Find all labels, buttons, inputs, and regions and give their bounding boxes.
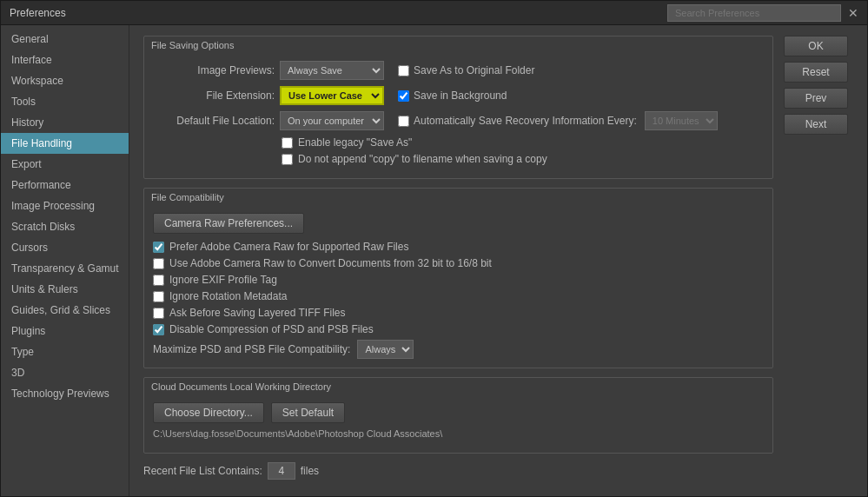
ask-before-saving-label: Ask Before Saving Layered TIFF Files xyxy=(169,307,346,319)
image-previews-row: Image Previews: Always Save Save As to O… xyxy=(153,61,764,80)
content-area: GeneralInterfaceWorkspaceToolsHistoryFil… xyxy=(1,25,867,496)
cloud-docs-title: Cloud Documents Local Working Directory xyxy=(144,378,772,397)
right-panel: OK Reset Prev Next xyxy=(784,36,853,486)
file-extension-select[interactable]: Use Lower Case xyxy=(280,86,384,105)
next-button[interactable]: Next xyxy=(784,114,848,135)
preferences-window: Preferences ✕ GeneralInterfaceWorkspaceT… xyxy=(0,0,868,497)
auto-save-checkbox[interactable] xyxy=(398,116,409,127)
file-extension-label: File Extension: xyxy=(153,89,275,102)
sidebar: GeneralInterfaceWorkspaceToolsHistoryFil… xyxy=(1,25,129,496)
prev-button[interactable]: Prev xyxy=(784,88,848,109)
ask-before-saving-row: Ask Before Saving Layered TIFF Files xyxy=(153,307,764,319)
cloud-docs-content: Choose Directory... Set Default C:\Users… xyxy=(144,397,772,453)
enable-legacy-label: Enable legacy "Save As" xyxy=(298,136,412,149)
no-append-copy-label: Do not append "copy" to filename when sa… xyxy=(298,153,547,165)
sidebar-item-file-handling[interactable]: File Handling xyxy=(1,133,129,154)
ignore-exif-row: Ignore EXIF Profile Tag xyxy=(153,274,764,286)
default-location-label: Default File Location: xyxy=(153,115,275,127)
ok-button[interactable]: OK xyxy=(784,36,848,56)
default-location-select[interactable]: On your computer xyxy=(280,111,384,130)
save-as-original-label: Save As to Original Folder xyxy=(414,64,534,76)
title-bar: Preferences ✕ xyxy=(1,1,867,25)
ask-before-saving-checkbox[interactable] xyxy=(153,308,164,319)
file-compatibility-title: File Compatibility xyxy=(144,189,772,208)
maximize-label: Maximize PSD and PSB File Compatibility: xyxy=(153,343,350,355)
main-content: File Saving Options Image Previews: Alwa… xyxy=(129,25,867,496)
disable-compression-checkbox[interactable] xyxy=(153,324,164,335)
choose-directory-btn[interactable]: Choose Directory... xyxy=(153,402,264,423)
recent-files-input[interactable] xyxy=(268,462,295,480)
cloud-path: C:\Users\dag.fosse\Documents\Adobe\Photo… xyxy=(153,428,764,439)
window-title: Preferences xyxy=(10,7,66,19)
disable-compression-label: Disable Compression of PSD and PSB Files xyxy=(169,323,374,335)
save-in-background-checkbox[interactable] xyxy=(398,90,409,102)
sidebar-item-general[interactable]: General xyxy=(1,29,129,50)
prefer-camera-raw-row: Prefer Adobe Camera Raw for Supported Ra… xyxy=(153,241,764,253)
auto-save-interval-select[interactable]: 10 Minutes xyxy=(645,111,718,130)
prefer-camera-raw-label: Prefer Adobe Camera Raw for Supported Ra… xyxy=(169,241,408,253)
sidebar-item-workspace[interactable]: Workspace xyxy=(1,70,129,91)
use-camera-raw-convert-label: Use Adobe Camera Raw to Convert Document… xyxy=(169,257,492,269)
sidebar-item-tools[interactable]: Tools xyxy=(1,91,129,112)
reset-button[interactable]: Reset xyxy=(784,62,848,83)
file-compatibility-section: File Compatibility Camera Raw Preference… xyxy=(143,188,773,368)
camera-raw-btn[interactable]: Camera Raw Preferences... xyxy=(153,213,304,234)
enable-legacy-row: Enable legacy "Save As" xyxy=(282,136,764,149)
sidebar-item-history[interactable]: History xyxy=(1,112,129,133)
sidebar-item-technology-previews[interactable]: Technology Previews xyxy=(1,383,129,404)
prefer-camera-raw-checkbox[interactable] xyxy=(153,242,164,253)
sidebar-item-image-processing[interactable]: Image Processing xyxy=(1,195,129,216)
sidebar-item-type[interactable]: Type xyxy=(1,341,129,362)
ignore-rotation-row: Ignore Rotation Metadata xyxy=(153,290,764,302)
ignore-rotation-checkbox[interactable] xyxy=(153,291,164,302)
sidebar-item-3d[interactable]: 3D xyxy=(1,362,129,383)
sidebar-item-cursors[interactable]: Cursors xyxy=(1,237,129,258)
file-extension-row: File Extension: Use Lower Case Save in B… xyxy=(153,86,764,105)
sidebar-item-guides-grid-slices[interactable]: Guides, Grid & Slices xyxy=(1,300,129,321)
file-compatibility-content: Camera Raw Preferences... Prefer Adobe C… xyxy=(144,208,772,368)
close-button[interactable]: ✕ xyxy=(848,7,858,19)
ignore-exif-label: Ignore EXIF Profile Tag xyxy=(169,274,277,286)
sidebar-item-export[interactable]: Export xyxy=(1,154,129,175)
sidebar-item-transparency-gamut[interactable]: Transparency & Gamut xyxy=(1,258,129,279)
title-bar-right: ✕ xyxy=(667,4,858,22)
default-location-row: Default File Location: On your computer … xyxy=(153,111,764,130)
set-default-btn[interactable]: Set Default xyxy=(271,402,345,423)
center-panel: File Saving Options Image Previews: Alwa… xyxy=(143,36,773,486)
sidebar-item-scratch-disks[interactable]: Scratch Disks xyxy=(1,216,129,237)
sidebar-item-plugins[interactable]: Plugins xyxy=(1,321,129,341)
auto-save-label: Automatically Save Recovery Information … xyxy=(414,115,637,127)
cloud-docs-section: Cloud Documents Local Working Directory … xyxy=(143,377,773,454)
enable-legacy-checkbox[interactable] xyxy=(282,137,293,149)
recent-files-row: Recent File List Contains: files xyxy=(143,462,773,480)
ignore-rotation-label: Ignore Rotation Metadata xyxy=(169,290,287,302)
save-as-original-checkbox[interactable] xyxy=(398,65,409,76)
recent-files-label-after: files xyxy=(301,465,319,477)
maximize-select[interactable]: Always xyxy=(357,340,414,359)
sidebar-item-units-rulers[interactable]: Units & Rulers xyxy=(1,279,129,300)
disable-compression-row: Disable Compression of PSD and PSB Files xyxy=(153,323,764,335)
no-append-copy-checkbox[interactable] xyxy=(282,154,293,165)
save-in-background-label: Save in Background xyxy=(414,89,507,102)
maximize-compatibility-row: Maximize PSD and PSB File Compatibility:… xyxy=(153,340,764,359)
recent-files-label-before: Recent File List Contains: xyxy=(143,465,262,477)
use-camera-raw-convert-row: Use Adobe Camera Raw to Convert Document… xyxy=(153,257,764,269)
image-previews-label: Image Previews: xyxy=(153,64,275,76)
sidebar-item-interface[interactable]: Interface xyxy=(1,50,129,70)
no-append-copy-row: Do not append "copy" to filename when sa… xyxy=(282,153,764,165)
file-saving-title: File Saving Options xyxy=(144,36,772,56)
file-saving-content: Image Previews: Always Save Save As to O… xyxy=(144,56,772,178)
image-previews-select[interactable]: Always Save xyxy=(280,61,384,80)
ignore-exif-checkbox[interactable] xyxy=(153,275,164,286)
file-saving-section: File Saving Options Image Previews: Alwa… xyxy=(143,36,773,179)
search-input[interactable] xyxy=(667,4,841,22)
sidebar-item-performance[interactable]: Performance xyxy=(1,175,129,195)
use-camera-raw-convert-checkbox[interactable] xyxy=(153,258,164,269)
